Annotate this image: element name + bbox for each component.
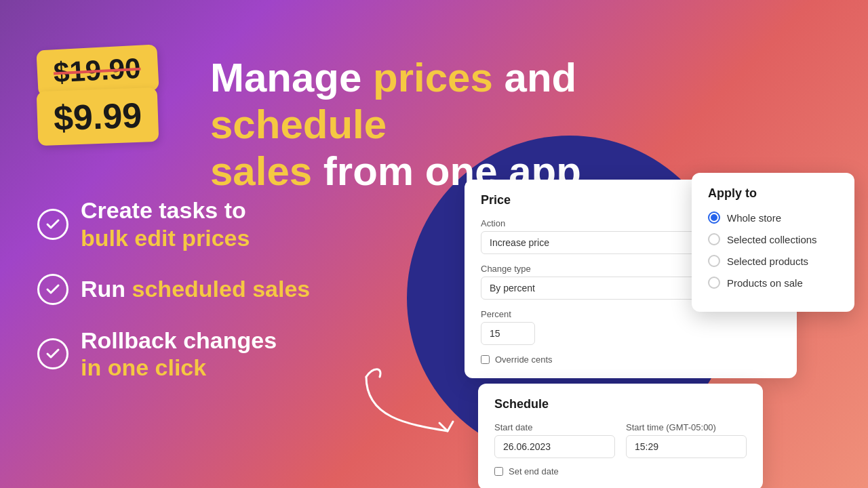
- end-date-label: Set end date: [509, 466, 559, 476]
- radio-btn-whole-store[interactable]: [708, 211, 720, 224]
- start-date-label: Start date: [494, 422, 615, 432]
- radio-products-on-sale[interactable]: Products on sale: [708, 277, 838, 289]
- feature-scheduled-sales: Run scheduled sales: [37, 274, 310, 305]
- radio-selected-products[interactable]: Selected products: [708, 255, 838, 267]
- override-checkbox[interactable]: [481, 355, 490, 364]
- start-date-input[interactable]: [494, 435, 615, 458]
- radio-whole-store[interactable]: Whole store: [708, 211, 838, 224]
- headline: Manage prices and schedulesales from one…: [210, 54, 644, 195]
- check-icon-rollback: [37, 338, 68, 369]
- feature-scheduled-text: Run scheduled sales: [81, 275, 310, 303]
- price-tags: $19.90 $9.99: [37, 47, 158, 144]
- radio-label-collections: Selected collections: [727, 234, 817, 245]
- radio-selected-collections[interactable]: Selected collections: [708, 233, 838, 245]
- start-time-input[interactable]: [626, 435, 747, 458]
- override-row: Override cents: [481, 354, 781, 365]
- feature-bulk-edit: Create tasks tobulk edit prices: [37, 197, 310, 252]
- schedule-title: Schedule: [494, 397, 747, 411]
- features-list: Create tasks tobulk edit prices Run sche…: [37, 197, 310, 382]
- percent-input[interactable]: [481, 322, 535, 345]
- radio-btn-on-sale[interactable]: [708, 277, 720, 289]
- ui-container: Price Action Change type Percent Overrid…: [465, 180, 831, 488]
- start-time-label: Start time (GMT-05:00): [626, 422, 747, 432]
- check-icon-scheduled: [37, 274, 68, 305]
- check-icon-bulk-edit: [37, 209, 68, 240]
- apply-to-card: Apply to Whole store Selected collection…: [692, 173, 854, 312]
- radio-label-whole-store: Whole store: [727, 212, 781, 224]
- radio-btn-collections[interactable]: [708, 233, 720, 245]
- headline-text: Manage prices and schedulesales from one…: [210, 55, 581, 194]
- radio-label-on-sale: Products on sale: [727, 277, 803, 289]
- new-price: $9.99: [37, 87, 159, 146]
- feature-rollback-text: Rollback changesin one click: [81, 327, 277, 382]
- percent-field: Percent: [481, 309, 781, 345]
- arrow-curve: [353, 363, 461, 447]
- start-time-field: Start time (GMT-05:00): [626, 422, 747, 458]
- start-date-field: Start date: [494, 422, 615, 458]
- apply-to-title: Apply to: [708, 186, 838, 201]
- end-date-row: Set end date: [494, 466, 747, 476]
- override-label: Override cents: [495, 354, 553, 365]
- radio-btn-products[interactable]: [708, 255, 720, 267]
- end-date-checkbox[interactable]: [494, 467, 503, 476]
- feature-rollback: Rollback changesin one click: [37, 327, 310, 382]
- schedule-card: Schedule Start date Start time (GMT-05:0…: [478, 384, 763, 488]
- feature-bulk-edit-text: Create tasks tobulk edit prices: [81, 197, 250, 252]
- schedule-grid: Start date Start time (GMT-05:00): [494, 422, 747, 458]
- radio-label-products: Selected products: [727, 256, 808, 267]
